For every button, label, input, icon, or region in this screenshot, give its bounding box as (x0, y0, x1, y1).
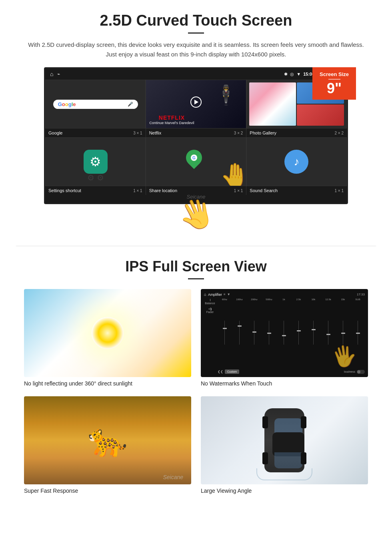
share-label-cell: Share location 1 × 1 (146, 186, 247, 195)
eq-back-button[interactable]: ❮❮ (218, 370, 223, 373)
play-triangle-icon (194, 100, 198, 104)
eq-thumb-3 (252, 331, 256, 333)
cheetah-icon: 🐆 (88, 422, 128, 459)
settings-thumbnail: ⚙ ⚙ ⚙ (46, 138, 145, 186)
netflix-play-button[interactable] (190, 96, 202, 112)
share-cell-bg: G 🤚 (146, 138, 246, 186)
eq-freq-10k: 10k (306, 298, 320, 301)
eq-thumb-8 (326, 334, 330, 335)
eq-track-4 (269, 321, 269, 345)
eq-menu-icon: ≡ (224, 293, 226, 296)
section-curved-screen: 2.5D Curved Touch Screen With 2.5D curve… (0, 0, 392, 238)
section-ips-screen: IPS Full Screen View No light reflecting… (0, 254, 392, 502)
eq-toggle-dot (357, 370, 360, 373)
app-row-1: Google 🎤 🕴 (45, 80, 347, 128)
app-label-row-1: Google 3 × 1 Netflix 3 × 2 Photo Gallery… (45, 128, 347, 137)
share-location-app-cell[interactable]: G 🤚 (146, 137, 246, 186)
eq-track-10 (358, 321, 358, 345)
google-cell-bg: Google 🎤 (46, 80, 145, 128)
settings-icon-bg: ⚙ (84, 150, 108, 174)
feature-car: Large Viewing Angle (201, 396, 368, 494)
bg-gear-icon-2: ⚙ (97, 173, 104, 183)
home-icon: ⌂ (50, 71, 53, 77)
eq-loudness-toggle[interactable] (357, 370, 365, 374)
eq-freq-labels: 60hz 100hz 200hz 500hz 1k 2.5k 10k 12.5k… (218, 298, 365, 301)
eq-home-icon: ⌂ (204, 292, 206, 297)
eq-freq-125k: 12.5k (321, 298, 335, 301)
eq-slider-3 (247, 321, 261, 349)
google-app-cell[interactable]: Google 🎤 (45, 80, 146, 128)
gallery-label: Photo Gallery (250, 130, 276, 135)
car-wheel-rear-left (262, 452, 268, 464)
eq-slider-4 (262, 321, 276, 349)
eq-status-bar: ⌂ Amplifier ≡ ▼ 17:33 (204, 292, 365, 297)
feature-cheetah-label: Super Fast Response (24, 488, 191, 494)
hand-pointing-icon: 🤚 (220, 161, 246, 186)
daredevil-silhouette: 🕴 (214, 84, 238, 106)
bg-gear-decorations: ⚙ ⚙ (87, 173, 104, 183)
google-mic-icon: 🎤 (128, 102, 133, 107)
screen-size-badge: Screen Size 9" (312, 67, 356, 100)
eq-sidebar-tuner: ⫶ Balance (204, 298, 216, 305)
eq-tuner-icon: ⫶ (209, 298, 211, 302)
eq-custom-button[interactable]: Custom (225, 369, 239, 374)
sound-size: 1 × 1 (334, 189, 344, 193)
settings-app-cell[interactable]: ⚙ ⚙ ⚙ (45, 137, 146, 186)
google-label: Google (48, 130, 62, 135)
settings-size: 1 × 1 (133, 189, 142, 193)
netflix-logo: NETFLIX (149, 114, 194, 121)
eq-freq-1k: 1k (277, 298, 291, 301)
google-thumbnail: Google 🎤 (46, 80, 145, 128)
eq-freq-200: 200hz (247, 298, 261, 301)
title-underline (188, 32, 204, 34)
eq-slider-6 (292, 321, 305, 349)
car-visual (201, 396, 368, 484)
device-mockup: Screen Size 9" ⌂ ⌁ ✱ ◎ ▼ 15:06 ⬜ ◁) (40, 67, 352, 204)
feature-cheetah-image: 🐆 Seicane (24, 396, 191, 484)
sound-label: Sound Search (250, 188, 278, 193)
feature-equalizer-image: ⌂ Amplifier ≡ ▼ 17:33 ⫶ Balance (201, 289, 368, 377)
eq-freq-60: 60hz (218, 298, 232, 301)
eq-loudness-label: loudness (344, 370, 355, 373)
google-search-bar[interactable]: Google 🎤 (53, 100, 138, 109)
badge-label: Screen Size (320, 71, 349, 77)
eq-sliders-area: 🖐 (218, 301, 365, 368)
eq-freq-15k: 15k (336, 298, 350, 301)
maps-pin: G (183, 147, 206, 169)
gps-icon: ◎ (290, 72, 294, 77)
eq-thumb-1 (223, 328, 227, 329)
settings-label-cell: Settings shortcut 1 × 1 (45, 186, 146, 195)
netflix-app-cell[interactable]: 🕴 NETFLIX Continue Marvel's Daredevil (146, 80, 246, 128)
share-location-thumbnail: G 🤚 (146, 138, 246, 186)
section1-description: With 2.5D curved-display screen, this de… (24, 40, 368, 59)
settings-label: Settings shortcut (48, 188, 81, 193)
eq-amplifier-title: Amplifier (208, 293, 222, 297)
eq-slider-5 (277, 321, 290, 349)
section1-title: 2.5D Curved Touch Screen (24, 12, 368, 29)
feature-sunlight-label: No light reflecting under 360° direct su… (24, 380, 191, 387)
netflix-daredevil-bg: 🕴 NETFLIX Continue Marvel's Daredevil (146, 80, 246, 128)
feature-car-image (201, 396, 368, 484)
settings-cell-bg: ⚙ ⚙ ⚙ (46, 138, 145, 186)
google-size: 3 × 1 (133, 131, 142, 135)
sound-search-app-cell[interactable]: ♪ (246, 137, 347, 186)
eq-volume-icon: ◁) (208, 307, 212, 311)
equalizer-visual: ⌂ Amplifier ≡ ▼ 17:33 ⫶ Balance (201, 289, 368, 377)
badge-dash (328, 79, 340, 80)
google-maps-icon: G (186, 150, 206, 174)
signal-icon: ▼ (296, 72, 301, 76)
eq-hand-icon: 🖐 (330, 343, 358, 370)
feature-cheetah: 🐆 Seicane Super Fast Response (24, 396, 191, 494)
eq-slider-2 (232, 321, 246, 349)
status-bar: ⌂ ⌁ ✱ ◎ ▼ 15:06 ⬜ ◁) ⊠ ▭ (45, 68, 347, 80)
music-note-icon: ♪ (294, 155, 299, 168)
netflix-label: Netflix (149, 130, 162, 135)
sound-cell-bg: ♪ (247, 138, 346, 186)
eq-sidebar: ⫶ Balance ◁) Fader (204, 298, 216, 374)
maps-pin-inner: G (191, 155, 197, 161)
play-circle (190, 96, 202, 108)
eq-bottom-controls: ❮❮ Custom loudness (218, 369, 365, 374)
eq-thumb-9 (341, 333, 345, 334)
eq-track-9 (343, 321, 343, 345)
eq-freq-500: 500hz (262, 298, 276, 301)
